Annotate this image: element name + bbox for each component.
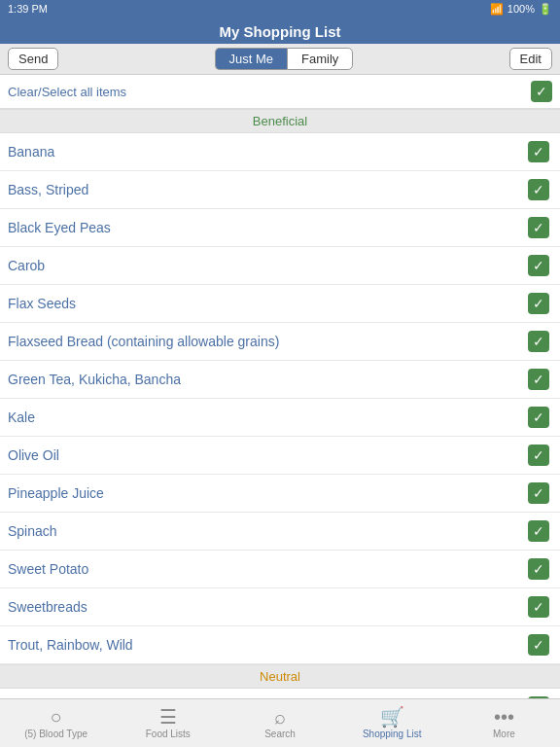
content-scroll[interactable]: BeneficialBanana✓Bass, Striped✓Black Eye…	[0, 109, 560, 747]
shopping-list-tab[interactable]: 🛒 Shopping List	[336, 699, 448, 747]
cart-icon: 🛒	[380, 707, 404, 727]
list-item[interactable]: Kale✓	[0, 399, 560, 437]
list-item-text: Green Tea, Kukicha, Bancha	[8, 372, 181, 387]
list-item-check[interactable]: ✓	[525, 255, 552, 276]
list-item-check[interactable]: ✓	[525, 634, 552, 656]
list-item-text: Olive Oil	[8, 447, 59, 463]
list-item-text: Flax Seeds	[8, 296, 76, 311]
more-icon: •••	[494, 707, 514, 727]
list-item[interactable]: Trout, Rainbow, Wild✓	[0, 626, 560, 664]
status-time: 1:39 PM	[8, 3, 48, 15]
list-item-check[interactable]: ✓	[525, 331, 552, 352]
check-icon: ✓	[528, 369, 549, 390]
list-item-text: Black Eyed Peas	[8, 220, 111, 235]
nav-bar: My Shopping List	[0, 18, 560, 44]
list-item-check[interactable]: ✓	[525, 141, 552, 162]
list-item[interactable]: Olive Oil✓	[0, 437, 560, 475]
blood-type-tab[interactable]: ○ (5) Blood Type	[0, 699, 112, 747]
list-item-check[interactable]: ✓	[525, 482, 552, 504]
list-item-text: Kale	[8, 409, 35, 425]
check-icon: ✓	[528, 482, 549, 504]
list-item-check[interactable]: ✓	[525, 445, 552, 466]
list-item-check[interactable]: ✓	[525, 520, 552, 542]
food-lists-tab[interactable]: ☰ Food Lists	[112, 699, 224, 747]
segment-control: Just Me Family	[215, 48, 354, 70]
check-icon: ✓	[528, 217, 549, 238]
check-icon: ✓	[528, 331, 549, 352]
list-item[interactable]: Pineapple Juice✓	[0, 475, 560, 513]
list-item-text: Trout, Rainbow, Wild	[8, 637, 133, 653]
status-bar: 1:39 PM 📶 100% 🔋	[0, 0, 560, 18]
check-icon: ✓	[528, 407, 549, 428]
list-item-text: Sweet Potato	[8, 561, 88, 577]
list-item[interactable]: Carob✓	[0, 247, 560, 285]
search-icon: ⌕	[274, 707, 286, 727]
family-segment[interactable]: Family	[287, 48, 353, 70]
clear-select-link[interactable]: Clear/Select all items	[8, 85, 126, 99]
list-item[interactable]: Banana✓	[0, 133, 560, 171]
search-tab[interactable]: ⌕ Search	[224, 699, 335, 747]
list-item-check[interactable]: ✓	[525, 179, 552, 200]
list-item-check[interactable]: ✓	[525, 293, 552, 314]
check-icon: ✓	[528, 179, 549, 200]
list-item-text: Banana	[8, 144, 54, 160]
check-icon: ✓	[528, 141, 549, 162]
list-item-text: Sweetbreads	[8, 599, 88, 615]
list-item[interactable]: Sweet Potato✓	[0, 551, 560, 588]
list-item-check[interactable]: ✓	[525, 217, 552, 238]
list-item-check[interactable]: ✓	[525, 558, 552, 580]
list-item-text: Spinach	[8, 523, 57, 539]
just-me-segment[interactable]: Just Me	[215, 48, 288, 70]
list-item[interactable]: Green Tea, Kukicha, Bancha✓	[0, 361, 560, 399]
check-icon: ✓	[528, 445, 549, 466]
clear-select-row: Clear/Select all items ✓	[0, 75, 560, 109]
wifi-icon: 📶	[490, 3, 504, 16]
nav-title: My Shopping List	[220, 23, 341, 40]
list-item[interactable]: Flax Seeds✓	[0, 285, 560, 323]
list-item-check[interactable]: ✓	[525, 407, 552, 428]
list-item[interactable]: Spinach✓	[0, 513, 560, 551]
list-item[interactable]: Black Eyed Peas✓	[0, 209, 560, 247]
section-header-neutral: Neutral	[0, 664, 560, 689]
list-item-text: Bass, Striped	[8, 182, 88, 197]
list-item-text: Flaxseed Bread (containing allowable gra…	[8, 334, 279, 349]
list-item-text: Pineapple Juice	[8, 485, 104, 501]
section-header-beneficial: Beneficial	[0, 109, 560, 133]
battery-label: 100%	[508, 3, 535, 15]
list-item[interactable]: Sweetbreads✓	[0, 588, 560, 626]
battery-icon: 🔋	[539, 3, 552, 16]
toolbar: Send Just Me Family Edit	[0, 44, 560, 75]
more-tab[interactable]: ••• More	[448, 699, 560, 747]
list-item[interactable]: Flaxseed Bread (containing allowable gra…	[0, 323, 560, 361]
blood-type-icon: ○	[51, 707, 62, 727]
list-item-check[interactable]: ✓	[525, 369, 552, 390]
tab-bar: ○ (5) Blood Type ☰ Food Lists ⌕ Search 🛒…	[0, 698, 560, 747]
check-icon: ✓	[528, 558, 549, 580]
list-item-check[interactable]: ✓	[525, 596, 552, 618]
list-item[interactable]: Bass, Striped✓	[0, 171, 560, 209]
check-icon: ✓	[528, 520, 549, 542]
edit-button[interactable]: Edit	[509, 48, 552, 70]
list-item-text: Carob	[8, 258, 45, 273]
food-lists-icon: ☰	[159, 707, 177, 727]
send-button[interactable]: Send	[8, 48, 58, 70]
check-icon: ✓	[528, 596, 549, 618]
check-icon: ✓	[528, 293, 549, 314]
select-all-check[interactable]: ✓	[531, 81, 552, 102]
check-icon: ✓	[528, 255, 549, 276]
check-icon: ✓	[528, 634, 549, 656]
